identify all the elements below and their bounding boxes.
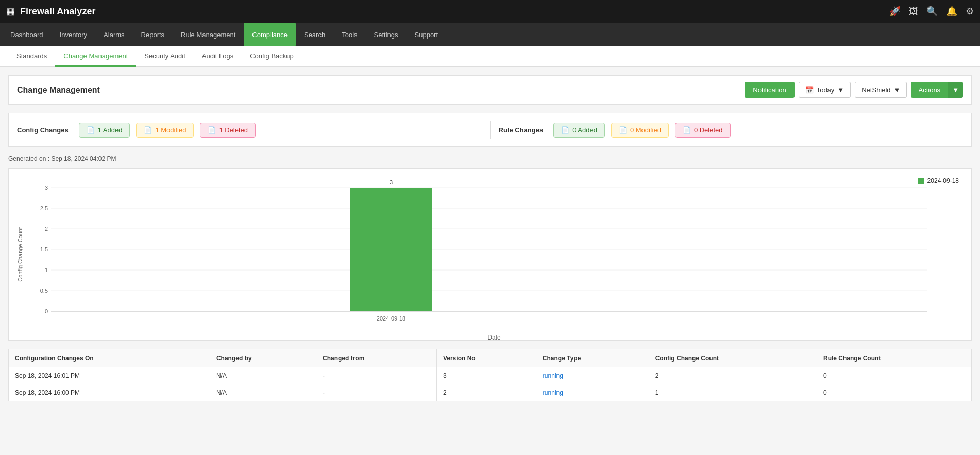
nav-tools[interactable]: Tools: [333, 23, 365, 46]
nav-dashboard[interactable]: Dashboard: [2, 23, 52, 46]
svg-text:2.5: 2.5: [40, 205, 48, 211]
cell-changed-from: -: [316, 367, 436, 384]
today-button[interactable]: 📅 Today ▼: [799, 82, 851, 98]
svg-text:1: 1: [45, 267, 48, 273]
top-bar-right: 🚀 🖼 🔍 🔔 ⚙: [889, 6, 974, 17]
subnav-config-backup[interactable]: Config Backup: [242, 46, 302, 67]
nav-compliance[interactable]: Compliance: [244, 23, 296, 46]
app-title: Firewall Analyzer: [20, 6, 95, 17]
nav-inventory[interactable]: Inventory: [52, 23, 95, 46]
rule-modified-count: 0 Modified: [630, 126, 661, 134]
page-header-actions: Notification 📅 Today ▼ NetShield ▼ Actio…: [745, 82, 963, 98]
rule-added-badge[interactable]: 📄 0 Added: [553, 123, 605, 138]
nav-alarms[interactable]: Alarms: [95, 23, 132, 46]
rule-deleted-badge[interactable]: 📄 0 Deleted: [675, 123, 731, 138]
config-changes-section: Config Changes 📄 1 Added 📄 1 Modified 📄 …: [17, 123, 482, 138]
actions-button[interactable]: Actions: [911, 82, 948, 98]
subnav-standards[interactable]: Standards: [8, 46, 55, 67]
page-header: Change Management Notification 📅 Today ▼…: [8, 75, 972, 105]
col-header-change-type: Change Type: [536, 349, 649, 367]
stats-divider: [490, 121, 491, 139]
svg-text:3: 3: [390, 179, 393, 186]
table-row: Sep 18, 2024 16:00 PM N/A - 2 running 1 …: [9, 384, 972, 401]
main-nav: Dashboard Inventory Alarms Reports Rule …: [0, 23, 980, 46]
y-axis-label: Config Change Count: [17, 227, 23, 282]
actions-group: Actions ▼: [911, 82, 963, 98]
col-header-config-change-count: Config Change Count: [649, 349, 817, 367]
data-table: Configuration Changes On Changed by Chan…: [8, 349, 972, 401]
modified-badge[interactable]: 📄 1 Modified: [136, 123, 194, 138]
grid-icon[interactable]: ▦: [6, 6, 15, 17]
chart-inner: Config Change Count: [17, 177, 963, 332]
added-badge[interactable]: 📄 1 Added: [79, 123, 130, 138]
nav-settings[interactable]: Settings: [366, 23, 407, 46]
table-row: Sep 18, 2024 16:01 PM N/A - 3 running 2 …: [9, 367, 972, 384]
stats-row: Config Changes 📄 1 Added 📄 1 Modified 📄 …: [8, 113, 972, 147]
sub-nav: Standards Change Management Security Aud…: [0, 46, 980, 67]
svg-text:2: 2: [45, 226, 48, 232]
cell-config-change-count: 2: [649, 367, 817, 384]
cell-version-no: 3: [436, 367, 536, 384]
cell-config-change-count: 1: [649, 384, 817, 401]
bell-icon[interactable]: 🔔: [946, 6, 957, 17]
rule-added-count: 0 Added: [572, 126, 597, 134]
cell-changed-by: N/A: [210, 384, 316, 401]
page-content: Change Management Notification 📅 Today ▼…: [0, 67, 980, 455]
rocket-icon[interactable]: 🚀: [889, 6, 901, 17]
added-icon: 📄: [87, 126, 95, 134]
svg-text:0.5: 0.5: [40, 288, 48, 294]
chart-svg: 3 2.5 2 1.5 1 0.5 0 3 2024-09-18: [25, 177, 963, 342]
svg-text:0: 0: [45, 308, 48, 314]
svg-text:Date: Date: [487, 334, 501, 341]
monitor-icon[interactable]: 🖼: [909, 6, 918, 17]
chevron-down-icon: ▼: [837, 86, 844, 94]
rule-added-icon: 📄: [561, 126, 569, 134]
deleted-count: 1 Deleted: [219, 126, 248, 134]
actions-dropdown-button[interactable]: ▼: [948, 82, 963, 98]
calendar-icon: 📅: [805, 86, 814, 94]
page-title: Change Management: [17, 86, 100, 95]
nav-reports[interactable]: Reports: [133, 23, 173, 46]
top-bar: ▦ Firewall Analyzer 🚀 🖼 🔍 🔔 ⚙: [0, 0, 980, 23]
notification-button[interactable]: Notification: [745, 82, 794, 98]
deleted-badge[interactable]: 📄 1 Deleted: [200, 123, 256, 138]
cell-changed-on: Sep 18, 2024 16:00 PM: [9, 384, 210, 401]
rule-modified-icon: 📄: [619, 126, 627, 134]
search-icon[interactable]: 🔍: [926, 6, 938, 17]
col-header-changed-on: Configuration Changes On: [9, 349, 210, 367]
top-bar-left: ▦ Firewall Analyzer: [6, 6, 95, 17]
svg-rect-14: [350, 188, 432, 311]
netshield-button[interactable]: NetShield ▼: [855, 82, 907, 98]
chart-container: 2024-09-18 Config Change Count: [8, 168, 972, 341]
cell-version-no: 2: [436, 384, 536, 401]
chart-area: 3 2.5 2 1.5 1 0.5 0 3 2024-09-18: [25, 177, 963, 332]
rule-deleted-count: 0 Deleted: [694, 126, 723, 134]
cell-changed-from: -: [316, 384, 436, 401]
subnav-security-audit[interactable]: Security Audit: [136, 46, 194, 67]
nav-support[interactable]: Support: [407, 23, 447, 46]
cell-change-type[interactable]: running: [536, 367, 649, 384]
col-header-changed-from: Changed from: [316, 349, 436, 367]
col-header-changed-by: Changed by: [210, 349, 316, 367]
generated-on: Generated on : Sep 18, 2024 04:02 PM: [8, 155, 972, 162]
rule-changes-label: Rule Changes: [499, 126, 544, 134]
rule-modified-badge[interactable]: 📄 0 Modified: [611, 123, 669, 138]
nav-rule-management[interactable]: Rule Management: [173, 23, 244, 46]
svg-text:2024-09-18: 2024-09-18: [377, 315, 405, 322]
svg-text:1.5: 1.5: [40, 246, 48, 252]
cell-changed-on: Sep 18, 2024 16:01 PM: [9, 367, 210, 384]
rule-deleted-icon: 📄: [683, 126, 691, 134]
subnav-change-management[interactable]: Change Management: [55, 46, 136, 67]
cell-rule-change-count: 0: [817, 367, 972, 384]
modified-icon: 📄: [144, 126, 152, 134]
nav-search[interactable]: Search: [296, 23, 333, 46]
cell-change-type[interactable]: running: [536, 384, 649, 401]
rule-changes-section: Rule Changes 📄 0 Added 📄 0 Modified 📄 0 …: [499, 123, 964, 138]
cell-rule-change-count: 0: [817, 384, 972, 401]
added-count: 1 Added: [98, 126, 123, 134]
col-header-rule-change-count: Rule Change Count: [817, 349, 972, 367]
gear-icon[interactable]: ⚙: [966, 6, 974, 17]
subnav-audit-logs[interactable]: Audit Logs: [194, 46, 242, 67]
deleted-icon: 📄: [208, 126, 216, 134]
cell-changed-by: N/A: [210, 367, 316, 384]
